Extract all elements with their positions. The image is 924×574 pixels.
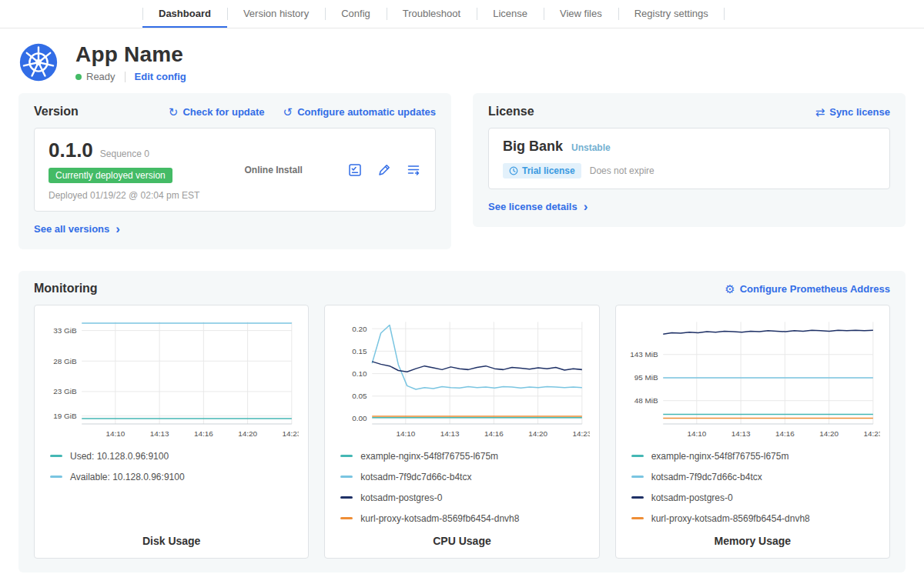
current-version-box: 0.1.0 Sequence 0 Currently deployed vers… bbox=[34, 128, 436, 212]
tab-view-files[interactable]: View files bbox=[544, 0, 618, 28]
nav-tabs: DashboardVersion historyConfigTroublesho… bbox=[142, 0, 725, 28]
see-all-versions-link[interactable]: See all versions › bbox=[34, 222, 120, 235]
svg-text:14:23: 14:23 bbox=[863, 429, 880, 438]
svg-text:28 GiB: 28 GiB bbox=[53, 357, 77, 365]
tab-license[interactable]: License bbox=[477, 0, 544, 28]
version-card: Version ↻ Check for update ↺ Configure a… bbox=[18, 93, 451, 249]
svg-text:14:13: 14:13 bbox=[440, 429, 460, 438]
tab-registry-settings[interactable]: Registry settings bbox=[618, 0, 725, 28]
legend-swatch bbox=[631, 517, 644, 519]
top-nav: DashboardVersion historyConfigTroublesho… bbox=[0, 0, 924, 28]
svg-text:0.05: 0.05 bbox=[353, 392, 368, 400]
svg-text:14:13: 14:13 bbox=[150, 429, 169, 438]
disk-usage-chart: 19 GiB23 GiB28 GiB33 GiB14:1014:1314:161… bbox=[44, 315, 299, 445]
chart-title: Disk Usage bbox=[44, 524, 299, 547]
legend-swatch bbox=[631, 476, 644, 478]
tab-config[interactable]: Config bbox=[325, 0, 387, 28]
legend-item: kurl-proxy-kotsadm-8569fb6454-dnvh8 bbox=[631, 513, 880, 524]
configure-automatic-updates-label: Configure automatic updates bbox=[297, 106, 436, 118]
deployed-timestamp: Deployed 01/19/22 @ 02:04 pm EST bbox=[49, 190, 199, 201]
legend-item: kotsadm-7f9dc7d66c-b4tcx bbox=[631, 472, 880, 482]
svg-text:14:16: 14:16 bbox=[194, 429, 213, 438]
edit-config-link[interactable]: Edit config bbox=[135, 71, 186, 82]
version-info: 0.1.0 Sequence 0 Currently deployed vers… bbox=[49, 138, 199, 201]
refresh-icon: ↻ bbox=[169, 106, 179, 118]
memory-usage-panel: 48 MiB95 MiB143 MiB14:1014:1314:1614:201… bbox=[615, 305, 890, 559]
disk-usage-panel: 19 GiB23 GiB28 GiB33 GiB14:1014:1314:161… bbox=[34, 305, 309, 559]
auto-update-icon: ↺ bbox=[283, 106, 293, 118]
edit-config-icon[interactable] bbox=[377, 162, 392, 178]
svg-text:14:10: 14:10 bbox=[105, 429, 125, 438]
legend-swatch bbox=[340, 496, 353, 499]
install-type-label: Online Install bbox=[199, 165, 347, 175]
version-number: 0.1.0 bbox=[49, 138, 93, 162]
license-channel: Unstable bbox=[571, 142, 611, 153]
svg-text:14:20: 14:20 bbox=[819, 429, 839, 438]
svg-text:14:16: 14:16 bbox=[484, 429, 504, 438]
tab-dashboard[interactable]: Dashboard bbox=[142, 0, 227, 28]
tab-version-history[interactable]: Version history bbox=[227, 0, 325, 28]
legend-item: kotsadm-postgres-0 bbox=[631, 492, 880, 503]
legend-label: kotsadm-7f9dc7d66c-b4tcx bbox=[651, 472, 762, 482]
svg-text:14:13: 14:13 bbox=[731, 429, 750, 438]
cpu-usage-chart: 0.000.050.100.150.2014:1014:1314:1614:20… bbox=[334, 315, 589, 445]
svg-text:0.15: 0.15 bbox=[353, 347, 368, 355]
legend-swatch bbox=[631, 455, 644, 457]
svg-text:33 GiB: 33 GiB bbox=[53, 326, 77, 335]
memory-usage-chart: 48 MiB95 MiB143 MiB14:1014:1314:1614:201… bbox=[625, 315, 880, 445]
svg-text:95 MiB: 95 MiB bbox=[634, 373, 658, 382]
legend-label: Used: 10.128.0.96:9100 bbox=[70, 451, 169, 462]
cards-row: Version ↻ Check for update ↺ Configure a… bbox=[0, 93, 924, 249]
legend-item: example-nginx-54f8f76755-l675m bbox=[340, 451, 589, 462]
license-expiry: Does not expire bbox=[590, 165, 654, 176]
trial-license-label: Trial license bbox=[522, 165, 575, 176]
see-license-details-link[interactable]: See license details › bbox=[488, 200, 588, 213]
license-assignee: Big Bank bbox=[503, 138, 563, 155]
configure-automatic-updates-button[interactable]: ↺ Configure automatic updates bbox=[283, 106, 436, 118]
trial-license-badge: Trial license bbox=[503, 163, 581, 179]
chevron-right-icon: › bbox=[584, 200, 588, 213]
legend-item: Available: 10.128.0.96:9100 bbox=[50, 472, 299, 482]
svg-text:14:20: 14:20 bbox=[529, 429, 548, 438]
legend-swatch bbox=[340, 455, 353, 457]
legend-item: kotsadm-postgres-0 bbox=[340, 492, 589, 503]
chevron-right-icon: › bbox=[116, 222, 120, 235]
deployed-badge: Currently deployed version bbox=[49, 168, 172, 183]
preflight-checks-icon[interactable] bbox=[347, 162, 363, 178]
legend-item: Used: 10.128.0.96:9100 bbox=[50, 451, 299, 462]
svg-text:14:16: 14:16 bbox=[775, 429, 795, 438]
svg-text:14:20: 14:20 bbox=[238, 429, 257, 438]
memory-usage-legend: example-nginx-54f8f76755-l675mkotsadm-7f… bbox=[625, 451, 880, 524]
tab-troubleshoot[interactable]: Troubleshoot bbox=[387, 0, 477, 28]
kubernetes-logo-icon bbox=[18, 42, 59, 82]
svg-text:14:10: 14:10 bbox=[687, 429, 706, 438]
status-dot bbox=[75, 74, 82, 80]
legend-label: Available: 10.128.0.96:9100 bbox=[70, 472, 185, 482]
check-for-update-button[interactable]: ↻ Check for update bbox=[169, 106, 265, 118]
see-license-details-label: See license details bbox=[488, 201, 578, 212]
configure-prometheus-link[interactable]: ⚙ Configure Prometheus Address bbox=[725, 283, 890, 295]
check-for-update-label: Check for update bbox=[182, 106, 264, 118]
legend-swatch bbox=[631, 496, 644, 499]
svg-text:0.20: 0.20 bbox=[353, 325, 368, 333]
monitoring-section: Monitoring ⚙ Configure Prometheus Addres… bbox=[18, 271, 906, 572]
configure-prometheus-label: Configure Prometheus Address bbox=[740, 283, 890, 295]
legend-label: kotsadm-postgres-0 bbox=[360, 492, 442, 503]
sync-license-button[interactable]: ⇄ Sync license bbox=[815, 106, 890, 118]
legend-label: example-nginx-54f8f76755-l675m bbox=[360, 451, 498, 462]
svg-text:0.00: 0.00 bbox=[353, 414, 368, 422]
clock-icon bbox=[509, 166, 518, 175]
sync-license-label: Sync license bbox=[829, 106, 890, 118]
app-title: App Name bbox=[75, 42, 186, 67]
sequence-label: Sequence 0 bbox=[100, 149, 149, 159]
cpu-usage-legend: example-nginx-54f8f76755-l675mkotsadm-7f… bbox=[334, 451, 589, 524]
divider bbox=[125, 72, 126, 82]
legend-label: kotsadm-postgres-0 bbox=[651, 492, 733, 503]
charts-row: 19 GiB23 GiB28 GiB33 GiB14:1014:1314:161… bbox=[34, 305, 890, 559]
svg-text:14:23: 14:23 bbox=[573, 429, 590, 438]
sync-icon: ⇄ bbox=[815, 106, 825, 118]
version-heading: Version bbox=[34, 105, 79, 118]
release-notes-icon[interactable] bbox=[406, 162, 421, 178]
app-header: App Name Ready Edit config bbox=[0, 28, 924, 93]
chart-title: CPU Usage bbox=[334, 524, 589, 547]
